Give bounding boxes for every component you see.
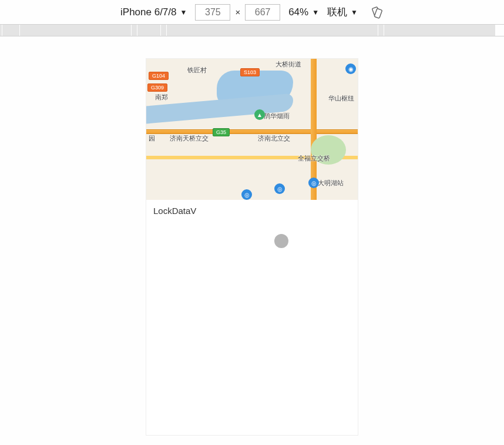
height-input[interactable]: [245, 4, 280, 21]
dimension-times: ×: [235, 7, 240, 17]
ruler-segment: [378, 25, 384, 36]
map-place-label: 全福立交桥: [298, 154, 330, 163]
caret-down-icon: ▼: [351, 8, 358, 16]
device-selector[interactable]: iPhone 6/7/8 ▼: [120, 6, 187, 18]
zoom-label: 64%: [288, 6, 308, 18]
device-label: iPhone 6/7/8: [120, 6, 176, 18]
map-place-label: 大桥街道: [275, 60, 301, 69]
map-road-badge: G104: [149, 72, 169, 80]
map-place-label: 华山枢纽: [328, 94, 354, 103]
map-place-label: 南郑: [155, 93, 168, 102]
devtools-device-toolbar: iPhone 6/7/8 ▼ × 64% ▼ 联机 ▼: [0, 0, 504, 25]
map-poi-icon[interactable]: ◉: [345, 63, 356, 74]
ruler-segment: [137, 25, 161, 36]
network-label: 联机: [327, 5, 347, 19]
rotate-device-icon[interactable]: [371, 6, 384, 19]
map-road-badge: G309: [147, 83, 167, 92]
ruler-segment: [167, 25, 378, 36]
ruler-bar: [0, 25, 504, 36]
dimension-group: ×: [195, 4, 280, 21]
touch-cursor-icon: [274, 234, 288, 248]
map-place-label: 大明湖站: [318, 179, 344, 188]
ruler-segment: [2, 25, 20, 36]
ruler-segment: [20, 25, 132, 36]
svg-rect-1: [374, 8, 382, 18]
ruler-segment: [132, 25, 137, 36]
map-view[interactable]: 铁匠村大桥街道南郑华山枢纽鹊华烟雨济南天桥立交济南北立交全福立交桥大明湖站园G1…: [146, 59, 358, 200]
map-poi-icon[interactable]: ◎: [274, 183, 285, 194]
map-place-label: 铁匠村: [187, 66, 207, 75]
caret-down-icon: ▼: [180, 8, 187, 16]
ruler-segment: [161, 25, 167, 36]
network-selector[interactable]: 联机 ▼: [327, 5, 358, 19]
caret-down-icon: ▼: [312, 8, 319, 16]
map-place-label: 鹊华烟雨: [264, 112, 290, 121]
zoom-selector[interactable]: 64% ▼: [288, 6, 319, 18]
map-place-label: 园: [149, 134, 155, 143]
device-viewport[interactable]: 铁匠村大桥街道南郑华山枢纽鹊华烟雨济南天桥立交济南北立交全福立交桥大明湖站园G1…: [146, 59, 358, 435]
app-title-text: LockDataV: [153, 206, 196, 216]
map-place-label: 济南北立交: [258, 134, 290, 143]
ruler-segment: [384, 25, 496, 36]
map-poi-icon[interactable]: ◎: [308, 178, 319, 188]
map-road-badge: S103: [240, 68, 260, 76]
map-poi-icon[interactable]: ◎: [241, 189, 252, 200]
map-road-badge: G35: [213, 128, 230, 136]
map-poi-icon[interactable]: ▲: [254, 109, 265, 120]
device-canvas: 铁匠村大桥街道南郑华山枢纽鹊华烟雨济南天桥立交济南北立交全福立交桥大明湖站园G1…: [0, 36, 504, 445]
width-input[interactable]: [195, 4, 230, 21]
map-place-label: 济南天桥立交: [170, 134, 209, 143]
